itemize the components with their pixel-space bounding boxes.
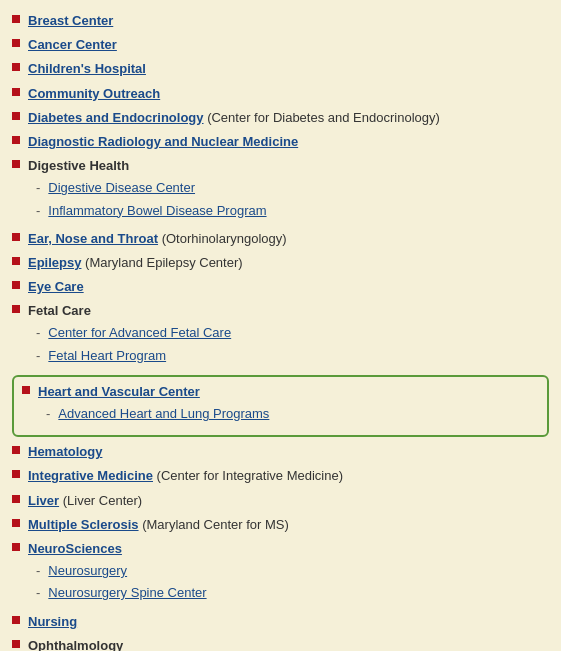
sub-list-item: -Fetal Heart Program [36,347,549,365]
bullet-icon [12,136,20,144]
digestive-health-label: Digestive Health [28,158,129,173]
heart-vascular-link[interactable]: Heart and Vascular Center [38,384,200,399]
sub-list-item: -Inflammatory Bowel Disease Program [36,202,549,220]
sub-dash: - [36,562,40,580]
bullet-icon [12,495,20,503]
list-item: Liver (Liver Center) [12,492,549,510]
fetal-care-sublist: -Center for Advanced Fetal Care-Fetal He… [36,324,549,364]
eye-care-link[interactable]: Eye Care [28,279,84,294]
epilepsy-link[interactable]: Epilepsy [28,255,81,270]
bullet-icon [12,640,20,648]
list-item: Children's Hospital [12,60,549,78]
integrative-medicine-link[interactable]: Integrative Medicine [28,468,153,483]
bullet-icon [12,39,20,47]
sub-list-item: -Center for Advanced Fetal Care [36,324,549,342]
nursing-link[interactable]: Nursing [28,614,77,629]
sub-list-item: -Advanced Heart and Lung Programs [46,405,539,423]
neurosciences-link[interactable]: NeuroSciences [28,541,122,556]
multiple-sclerosis-link[interactable]: Multiple Sclerosis [28,517,139,532]
list-item: Hematology [12,443,549,461]
list-item: Digestive Health-Digestive Disease Cente… [12,157,549,224]
digestive-disease-center-link[interactable]: Digestive Disease Center [48,179,195,197]
neurosciences-sublist: -Neurosurgery-Neurosurgery Spine Center [36,562,549,602]
bullet-icon [12,112,20,120]
list-item: Cancer Center [12,36,549,54]
bullet-icon [12,616,20,624]
list-item: NeuroSciences-Neurosurgery-Neurosurgery … [12,540,549,607]
hematology-link[interactable]: Hematology [28,444,102,459]
list-item: Fetal Care-Center for Advanced Fetal Car… [12,302,549,369]
list-item: Integrative Medicine (Center for Integra… [12,467,549,485]
bullet-icon [12,446,20,454]
bullet-icon [12,519,20,527]
diagnostic-radiology-link[interactable]: Diagnostic Radiology and Nuclear Medicin… [28,134,298,149]
bullet-icon [12,63,20,71]
list-item: Nursing [12,613,549,631]
diabetes-endocrinology-note: (Center for Diabetes and Endocrinology) [204,110,440,125]
sub-dash: - [46,405,50,423]
bullet-icon [12,257,20,265]
cancer-center-link[interactable]: Cancer Center [28,37,117,52]
fetal-heart-program-link[interactable]: Fetal Heart Program [48,347,166,365]
integrative-medicine-note: (Center for Integrative Medicine) [153,468,343,483]
ear-nose-throat-link[interactable]: Ear, Nose and Throat [28,231,158,246]
sub-dash: - [36,179,40,197]
fetal-care-label: Fetal Care [28,303,91,318]
community-outreach-link[interactable]: Community Outreach [28,86,160,101]
list-item: Diagnostic Radiology and Nuclear Medicin… [12,133,549,151]
list-item: Epilepsy (Maryland Epilepsy Center) [12,254,549,272]
ear-nose-throat-note: (Otorhinolaryngology) [158,231,287,246]
sub-dash: - [36,347,40,365]
bullet-icon [12,88,20,96]
bullet-icon [12,160,20,168]
heart-vascular-sublist: -Advanced Heart and Lung Programs [46,405,539,423]
list-item: Eye Care [12,278,549,296]
list-item: Community Outreach [12,85,549,103]
bullet-icon [12,543,20,551]
epilepsy-note: (Maryland Epilepsy Center) [81,255,242,270]
bullet-icon [12,281,20,289]
diabetes-endocrinology-link[interactable]: Diabetes and Endocrinology [28,110,204,125]
list-item: Heart and Vascular Center-Advanced Heart… [22,383,539,427]
sub-dash: - [36,324,40,342]
center-advanced-fetal-care-link[interactable]: Center for Advanced Fetal Care [48,324,231,342]
bullet-icon [12,233,20,241]
childrens-hospital-link[interactable]: Children's Hospital [28,61,146,76]
sub-list-item: -Neurosurgery Spine Center [36,584,549,602]
digestive-health-sublist: -Digestive Disease Center-Inflammatory B… [36,179,549,219]
bullet-icon [12,305,20,313]
highlighted-section: Heart and Vascular Center-Advanced Heart… [12,375,549,437]
multiple-sclerosis-note: (Maryland Center for MS) [139,517,289,532]
advanced-heart-lung-link[interactable]: Advanced Heart and Lung Programs [58,405,269,423]
sub-list-item: -Neurosurgery [36,562,549,580]
sub-dash: - [36,202,40,220]
list-item: Ophthalmology-University Eye Care [12,637,549,651]
neurosurgery-link[interactable]: Neurosurgery [48,562,127,580]
bullet-icon [22,386,30,394]
main-list: Breast CenterCancer CenterChildren's Hos… [12,8,549,651]
bullet-icon [12,470,20,478]
neurosurgery-spine-link[interactable]: Neurosurgery Spine Center [48,584,206,602]
sub-list-item: -Digestive Disease Center [36,179,549,197]
liver-link[interactable]: Liver [28,493,59,508]
bullet-icon [12,15,20,23]
list-item: Breast Center [12,12,549,30]
liver-note: (Liver Center) [59,493,142,508]
list-item: Diabetes and Endocrinology (Center for D… [12,109,549,127]
breast-center-link[interactable]: Breast Center [28,13,113,28]
list-item: Multiple Sclerosis (Maryland Center for … [12,516,549,534]
list-item: Ear, Nose and Throat (Otorhinolaryngolog… [12,230,549,248]
ophthalmology-label: Ophthalmology [28,638,123,651]
inflammatory-bowel-link[interactable]: Inflammatory Bowel Disease Program [48,202,266,220]
sub-dash: - [36,584,40,602]
